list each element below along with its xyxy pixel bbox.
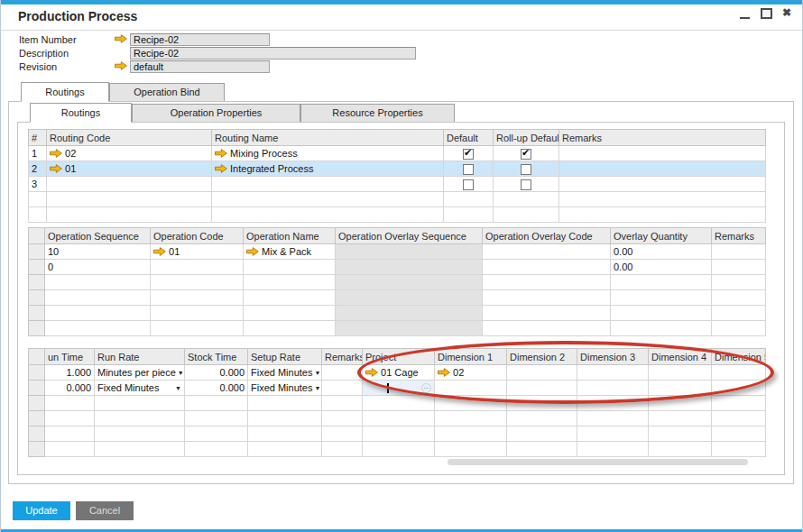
chevron-down-icon[interactable]: ▼	[314, 385, 320, 391]
checkbox-icon[interactable]	[463, 179, 474, 190]
link-arrow-icon[interactable]	[153, 247, 166, 256]
routings-table: # Routing Code Routing Name Default Roll…	[28, 129, 766, 223]
link-arrow-icon[interactable]	[115, 61, 127, 70]
dimension-1-cell[interactable]: 02	[435, 365, 507, 381]
col-header-setup-rate: Setup Rate	[248, 349, 322, 365]
remarks-cell[interactable]	[712, 260, 766, 275]
stock-time-cell[interactable]: 0.000	[185, 381, 248, 396]
project-cell[interactable]: 01 Cage	[363, 365, 435, 381]
dimension-3-cell[interactable]	[577, 365, 649, 381]
routing-code-cell[interactable]: 01	[47, 161, 212, 177]
operation-sequence-cell[interactable]: 10	[45, 244, 151, 260]
link-arrow-icon[interactable]	[438, 368, 450, 377]
checkbox-icon[interactable]	[521, 149, 531, 160]
run-time-cell[interactable]: 0.000	[45, 381, 95, 396]
link-arrow-icon[interactable]	[246, 247, 259, 256]
setup-rate-dropdown[interactable]: Fixed Minutes▼	[248, 365, 322, 381]
routing-name-cell[interactable]: Mixing Process	[212, 146, 444, 161]
dimension-2-cell[interactable]	[507, 365, 577, 381]
remarks-cell[interactable]	[559, 161, 766, 177]
overlay-quantity-cell[interactable]: 0.00	[611, 260, 712, 275]
cancel-button[interactable]: Cancel	[76, 501, 134, 520]
maximize-icon[interactable]	[761, 8, 772, 19]
checkbox-icon[interactable]	[463, 149, 474, 160]
row-number-cell: 3	[29, 177, 47, 192]
operation-name-cell[interactable]: Mix & Pack	[244, 244, 336, 260]
dimension-1-cell[interactable]	[435, 381, 507, 396]
checkbox-icon[interactable]	[521, 164, 531, 175]
rollup-checkbox-cell[interactable]	[494, 161, 559, 177]
col-header-project: Project	[363, 349, 435, 365]
dimension-2-cell[interactable]	[507, 381, 577, 396]
run-time-cell[interactable]: 1.000	[45, 365, 95, 381]
run-rate-dropdown[interactable]: Fixed Minutes▼	[95, 381, 185, 396]
link-arrow-icon[interactable]	[50, 164, 62, 173]
remarks-cell[interactable]	[712, 244, 766, 260]
dimension-5-cell[interactable]	[712, 365, 766, 381]
remarks-cell[interactable]	[322, 381, 363, 396]
text-cursor	[387, 383, 389, 393]
table-row: 1.000 Minutes per piece▼ 0.000 Fixed Min…	[29, 365, 766, 381]
tab-resource-properties[interactable]: Resource Properties	[300, 104, 455, 122]
link-arrow-icon[interactable]	[115, 34, 127, 43]
col-header-remarks: Remarks	[712, 228, 766, 244]
link-arrow-icon[interactable]	[50, 149, 62, 158]
default-checkbox-cell[interactable]	[444, 177, 494, 192]
link-arrow-icon[interactable]	[365, 368, 378, 377]
table-row-empty	[29, 396, 766, 411]
overlay-quantity-cell[interactable]: 0.00	[611, 244, 712, 260]
rollup-checkbox-cell[interactable]	[494, 177, 559, 192]
rollup-checkbox-cell[interactable]	[494, 146, 559, 161]
col-header-dimension-4: Dimension 4	[649, 349, 712, 365]
table-row: 10 01 Mix & Pack 0.00	[29, 244, 766, 260]
stock-time-cell[interactable]: 0.000	[185, 365, 248, 381]
col-header-dimension-1: Dimension 1	[435, 349, 507, 365]
tab-routings-outer[interactable]: Routings	[21, 82, 109, 102]
project-cell-editing[interactable]	[363, 381, 435, 396]
col-header-stock-time: Stock Time	[185, 349, 248, 365]
dimension-4-cell[interactable]	[649, 365, 712, 381]
chevron-down-icon[interactable]: ▼	[178, 370, 184, 376]
default-checkbox-cell[interactable]	[444, 161, 494, 177]
link-arrow-icon[interactable]	[215, 164, 227, 173]
remarks-cell[interactable]	[559, 177, 766, 192]
default-checkbox-cell[interactable]	[444, 146, 494, 161]
routing-name-cell[interactable]: Integrated Process	[212, 161, 444, 177]
routing-code-cell[interactable]: 02	[47, 146, 212, 161]
close-icon[interactable]: ✖	[782, 6, 791, 19]
description-field[interactable]: Recipe-02	[130, 47, 416, 60]
overlay-sequence-cell	[336, 244, 483, 260]
remarks-cell[interactable]	[322, 365, 363, 381]
run-rate-dropdown[interactable]: Minutes per piece▼	[95, 365, 185, 381]
operation-sequence-cell[interactable]: 0	[45, 260, 151, 275]
remarks-cell[interactable]	[559, 146, 766, 161]
setup-rate-dropdown[interactable]: Fixed Minutes▼	[248, 381, 322, 396]
checkbox-icon[interactable]	[463, 164, 474, 175]
overlay-code-cell[interactable]	[483, 244, 611, 260]
operation-code-cell[interactable]	[151, 260, 244, 275]
operation-name-cell[interactable]	[244, 260, 336, 275]
horizontal-scrollbar[interactable]	[448, 459, 748, 465]
table-row-empty	[29, 207, 766, 223]
routing-name-cell[interactable]	[212, 177, 444, 192]
tab-routings-inner[interactable]: Routings	[30, 103, 132, 123]
minimize-icon[interactable]	[740, 17, 750, 19]
tab-operation-properties[interactable]: Operation Properties	[132, 104, 300, 122]
col-header-dimension-2: Dimension 2	[507, 349, 577, 365]
revision-field[interactable]: default	[130, 60, 270, 73]
tab-operation-bind[interactable]: Operation Bind	[109, 83, 225, 101]
operation-code-cell[interactable]: 01	[151, 244, 244, 260]
item-number-field[interactable]: Recipe-02	[130, 33, 270, 46]
routing-code-cell[interactable]	[47, 177, 212, 192]
link-arrow-icon[interactable]	[215, 149, 227, 158]
table-row: 3	[29, 177, 766, 192]
dimension-4-cell[interactable]	[649, 381, 712, 396]
dimension-3-cell[interactable]	[577, 381, 649, 396]
update-button[interactable]: Update	[13, 501, 70, 520]
chevron-down-icon[interactable]: ▼	[175, 385, 181, 391]
overlay-code-cell[interactable]	[483, 260, 611, 275]
chevron-down-icon[interactable]: ▼	[314, 370, 320, 376]
checkbox-icon[interactable]	[521, 179, 531, 190]
dimension-5-cell[interactable]	[712, 381, 766, 396]
operations-header-row: Operation Sequence Operation Code Operat…	[29, 228, 766, 244]
